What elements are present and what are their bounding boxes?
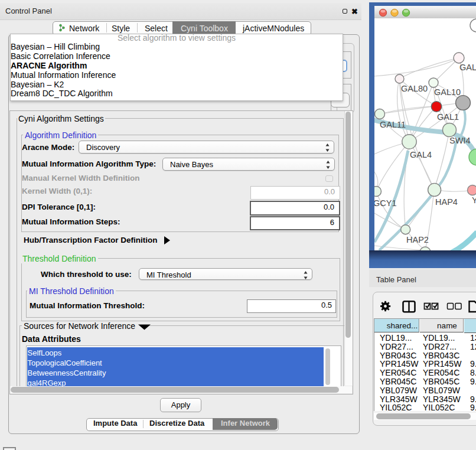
svg-text:YJL: YJL: [472, 195, 476, 205]
svg-text:GAL80: GAL80: [401, 84, 428, 93]
svg-text:GAL4: GAL4: [410, 150, 432, 159]
svg-text:SWI4: SWI4: [449, 136, 470, 145]
svg-text:GCY1: GCY1: [374, 198, 397, 208]
svg-text:GAL10: GAL10: [434, 87, 461, 97]
svg-text:HAP2: HAP2: [406, 235, 429, 244]
svg-text:GAL7: GAL7: [459, 63, 476, 72]
svg-text:GAL1: GAL1: [437, 112, 459, 122]
svg-text:HAP4: HAP4: [435, 197, 458, 207]
svg-text:GAL11: GAL11: [380, 120, 406, 129]
